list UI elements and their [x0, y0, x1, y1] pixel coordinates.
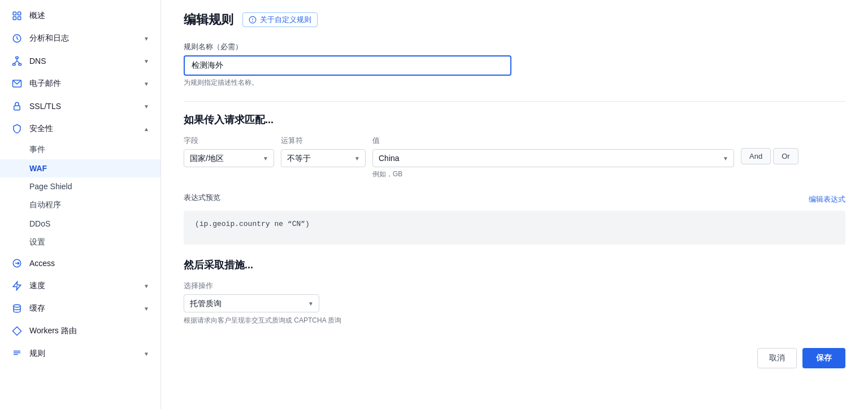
sidebar-item-label: DNS: [29, 56, 137, 66]
sidebar-item-access[interactable]: Access: [0, 252, 160, 275]
chevron-down-icon: ▼: [144, 306, 149, 312]
about-custom-rules-link[interactable]: 关于自定义规则: [242, 12, 318, 27]
sidebar-sub-item-settings[interactable]: 设置: [0, 233, 160, 252]
rule-name-input[interactable]: [184, 55, 511, 76]
svg-marker-14: [13, 282, 21, 290]
rules-icon: [11, 348, 23, 359]
sidebar-item-label: 规则: [29, 349, 137, 359]
expression-header: 表达式预览 编辑表达式: [184, 193, 845, 206]
value-select[interactable]: China United States Japan Germany: [372, 149, 734, 167]
svg-rect-0: [13, 12, 16, 15]
action-section: 然后采取措施... 选择操作 托管质询 阻止 允许 绕过 JavaScript …: [184, 258, 845, 325]
sidebar-item-workers[interactable]: Workers 路由: [0, 320, 160, 342]
value-select-wrapper: China United States Japan Germany ▼: [372, 149, 734, 167]
operator-select-wrapper: 不等于 等于 包含 不包含 匹配 ▼: [281, 149, 366, 167]
value-column: 值 China United States Japan Germany ▼ 例如…: [372, 136, 734, 179]
chevron-down-icon: ▼: [144, 81, 149, 87]
edit-expression-link[interactable]: 编辑表达式: [809, 194, 845, 204]
sidebar-sub-item-label: 设置: [29, 237, 45, 247]
or-button[interactable]: Or: [773, 148, 798, 164]
value-column-label: 值: [372, 136, 734, 146]
sidebar-item-speed[interactable]: 速度 ▼: [0, 275, 160, 297]
sidebar-item-email[interactable]: 电子邮件 ▼: [0, 72, 160, 95]
field-column-label: 字段: [184, 136, 274, 146]
rule-name-label: 规则名称（必需）: [184, 42, 845, 52]
sidebar-item-label: 安全性: [29, 124, 137, 134]
save-button[interactable]: 保存: [802, 348, 845, 368]
sidebar-sub-item-label: WAF: [29, 164, 47, 173]
svg-line-10: [17, 61, 20, 64]
svg-marker-16: [13, 327, 21, 336]
sidebar-item-analytics[interactable]: 分析和日志 ▼: [0, 27, 160, 50]
and-button[interactable]: And: [741, 148, 771, 164]
field-select[interactable]: 国家/地区 IP地址 用户代理 URI路径 请求方法: [184, 149, 274, 167]
sidebar-sub-item-label: 事件: [29, 145, 45, 155]
operator-column: 运算符 不等于 等于 包含 不包含 匹配 ▼: [281, 136, 366, 167]
svg-line-9: [14, 61, 17, 64]
logic-buttons: And Or: [741, 148, 798, 164]
expression-section: 表达式预览 编辑表达式 (ip.geoip.country ne “CN”): [184, 193, 845, 245]
svg-rect-3: [18, 17, 21, 20]
page-title: 编辑规则: [184, 11, 233, 28]
expression-value: (ip.geoip.country ne “CN”): [195, 220, 310, 228]
svg-point-15: [14, 304, 20, 307]
action-select-label: 选择操作: [184, 281, 845, 291]
mail-icon: [11, 78, 23, 89]
field-column: 字段 国家/地区 IP地址 用户代理 URI路径 请求方法 ▼: [184, 136, 274, 167]
sidebar-item-security[interactable]: 安全性 ▲: [0, 118, 160, 140]
sidebar-sub-item-page-shield[interactable]: Page Shield: [0, 177, 160, 195]
operator-column-label: 运算符: [281, 136, 366, 146]
main-content: 编辑规则 关于自定义规则 规则名称（必需） 为规则指定描述性名称。 如果传入请求…: [161, 0, 868, 409]
sidebar: 概述 分析和日志 ▼ DNS ▼ 电子邮件 ▼ SSL/TLS ▼: [0, 0, 161, 409]
svg-rect-7: [19, 64, 21, 66]
sidebar-item-label: 缓存: [29, 303, 137, 314]
sidebar-sub-item-automation[interactable]: 自动程序: [0, 195, 160, 215]
chevron-down-icon: ▼: [144, 36, 149, 42]
action-select[interactable]: 托管质询 阻止 允许 绕过 JavaScript 质询: [184, 294, 319, 312]
svg-rect-12: [14, 106, 20, 110]
lightning-icon: [11, 280, 23, 291]
shield-icon: [11, 123, 23, 134]
database-icon: [11, 303, 23, 314]
sitemap-icon: [11, 55, 23, 67]
info-icon: [249, 16, 257, 24]
svg-rect-6: [13, 64, 16, 66]
sidebar-sub-item-waf[interactable]: WAF: [0, 159, 160, 177]
lock-icon: [11, 101, 23, 112]
svg-rect-5: [16, 57, 19, 59]
sidebar-item-label: Access: [29, 259, 149, 268]
sidebar-item-label: SSL/TLS: [29, 102, 137, 111]
arrow-circle-icon: [11, 258, 23, 269]
grid-icon: [11, 10, 23, 21]
svg-point-19: [253, 21, 253, 21]
sidebar-sub-item-label: Page Shield: [29, 182, 72, 191]
sidebar-item-ssl[interactable]: SSL/TLS ▼: [0, 95, 160, 118]
sidebar-item-cache[interactable]: 缓存 ▼: [0, 297, 160, 320]
condition-heading: 如果传入请求匹配...: [184, 113, 845, 127]
condition-section: 如果传入请求匹配... 字段 国家/地区 IP地址 用户代理 URI路径 请求方…: [184, 113, 845, 179]
action-hint-text: 根据请求向客户呈现非交互式质询或 CAPTCHA 质询: [184, 316, 845, 325]
rule-name-section: 规则名称（必需） 为规则指定描述性名称。: [184, 42, 845, 88]
sidebar-item-dns[interactable]: DNS ▼: [0, 50, 160, 72]
rule-name-hint: 为规则指定描述性名称。: [184, 78, 845, 88]
operator-select[interactable]: 不等于 等于 包含 不包含 匹配: [281, 149, 366, 167]
action-heading: 然后采取措施...: [184, 258, 845, 272]
chevron-down-icon: ▼: [144, 103, 149, 110]
footer-buttons: 取消 保存: [184, 343, 845, 368]
field-select-wrapper: 国家/地区 IP地址 用户代理 URI路径 请求方法 ▼: [184, 149, 274, 167]
sidebar-item-label: 概述: [29, 11, 149, 21]
condition-row: 字段 国家/地区 IP地址 用户代理 URI路径 请求方法 ▼ 运算符: [184, 136, 845, 179]
sidebar-item-overview[interactable]: 概述: [0, 5, 160, 27]
sidebar-sub-item-ddos[interactable]: DDoS: [0, 215, 160, 233]
expression-preview-box: (ip.geoip.country ne “CN”): [184, 211, 845, 245]
sidebar-item-label: Workers 路由: [29, 326, 149, 336]
sidebar-sub-item-events[interactable]: 事件: [0, 140, 160, 159]
sidebar-sub-item-label: 自动程序: [29, 200, 61, 210]
sidebar-item-label: 分析和日志: [29, 33, 137, 43]
action-select-wrapper: 托管质询 阻止 允许 绕过 JavaScript 质询 ▼: [184, 294, 319, 312]
page-header: 编辑规则 关于自定义规则: [184, 11, 845, 28]
sidebar-item-rules[interactable]: 规则 ▼: [0, 342, 160, 365]
sidebar-item-label: 电子邮件: [29, 79, 137, 89]
sidebar-sub-item-label: DDoS: [29, 219, 50, 228]
cancel-button[interactable]: 取消: [757, 348, 797, 368]
